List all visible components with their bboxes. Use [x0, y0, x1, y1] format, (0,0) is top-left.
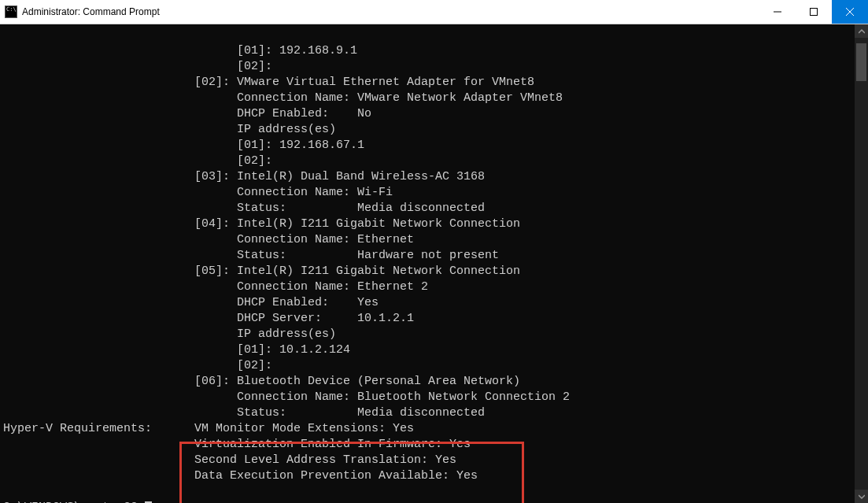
output-line: [03]: Intel(R) Dual Band Wireless-AC 316…: [3, 170, 485, 183]
output-line: Connection Name: Ethernet 2: [3, 280, 428, 294]
output-line: [02]:: [3, 60, 272, 73]
output-line: [06]: Bluetooth Device (Personal Area Ne…: [3, 375, 520, 388]
maximize-icon: [810, 8, 818, 16]
scroll-up-button[interactable]: [855, 24, 868, 38]
vertical-scrollbar[interactable]: [855, 24, 868, 503]
output-line: DHCP Server: 10.1.2.1: [3, 312, 414, 325]
chevron-down-icon: [859, 494, 865, 500]
close-button[interactable]: [832, 0, 868, 24]
window-controls: [759, 0, 868, 24]
output-line: IP address(es): [3, 123, 336, 136]
cmd-icon: [5, 6, 17, 18]
output-line: Hyper-V Requirements: VM Monitor Mode Ex…: [3, 422, 414, 435]
chevron-up-icon: [859, 28, 865, 35]
console-output[interactable]: [01]: 192.168.9.1 [02]: [02]: VMware Vir…: [0, 24, 855, 503]
output-line: [01]: 192.168.67.1: [3, 139, 364, 152]
output-line: Data Execution Prevention Available: Yes: [3, 469, 478, 483]
output-line: [04]: Intel(R) I211 Gigabit Network Conn…: [3, 217, 520, 231]
prompt-text: C:\WINDOWS\system32>: [3, 500, 145, 503]
output-line: Connection Name: Bluetooth Network Conne…: [3, 390, 570, 404]
output-line: Connection Name: Wi-Fi: [3, 186, 393, 199]
scroll-thumb[interactable]: [856, 43, 866, 81]
titlebar[interactable]: Administrator: Command Prompt: [0, 0, 868, 24]
console-area: [01]: 192.168.9.1 [02]: [02]: VMware Vir…: [0, 24, 868, 503]
output-line: [05]: Intel(R) I211 Gigabit Network Conn…: [3, 264, 520, 278]
output-line: Status: Media disconnected: [3, 202, 485, 215]
maximize-button[interactable]: [796, 0, 832, 24]
titlebar-left: Administrator: Command Prompt: [0, 6, 160, 18]
window-title: Administrator: Command Prompt: [22, 6, 160, 17]
output-line: Status: Media disconnected: [3, 406, 485, 420]
output-line: Virtualization Enabled In Firmware: Yes: [3, 438, 471, 451]
prompt-line[interactable]: C:\WINDOWS\system32>: [3, 500, 851, 503]
output-line: Connection Name: VMware Network Adapter …: [3, 91, 563, 105]
command-prompt-window: Administrator: Command Prompt [01]: 192.…: [0, 0, 868, 503]
output-line: Connection Name: Ethernet: [3, 233, 414, 246]
svg-rect-0: [811, 9, 818, 16]
close-icon: [846, 8, 854, 16]
output-line: Second Level Address Translation: Yes: [3, 453, 456, 467]
output-line: DHCP Enabled: No: [3, 107, 371, 120]
output-line: [02]:: [3, 359, 272, 372]
minimize-button[interactable]: [759, 0, 796, 24]
scroll-down-button[interactable]: [855, 490, 868, 503]
output-line: [01]: 192.168.9.1: [3, 44, 357, 57]
output-line: [01]: 10.1.2.124: [3, 343, 350, 357]
output-line: Status: Hardware not present: [3, 249, 499, 262]
output-line: IP address(es): [3, 327, 336, 341]
output-line: [02]: VMware Virtual Ethernet Adapter fo…: [3, 76, 534, 89]
minimize-icon: [774, 8, 781, 16]
output-line: [02]:: [3, 154, 272, 168]
output-line: DHCP Enabled: Yes: [3, 296, 379, 309]
